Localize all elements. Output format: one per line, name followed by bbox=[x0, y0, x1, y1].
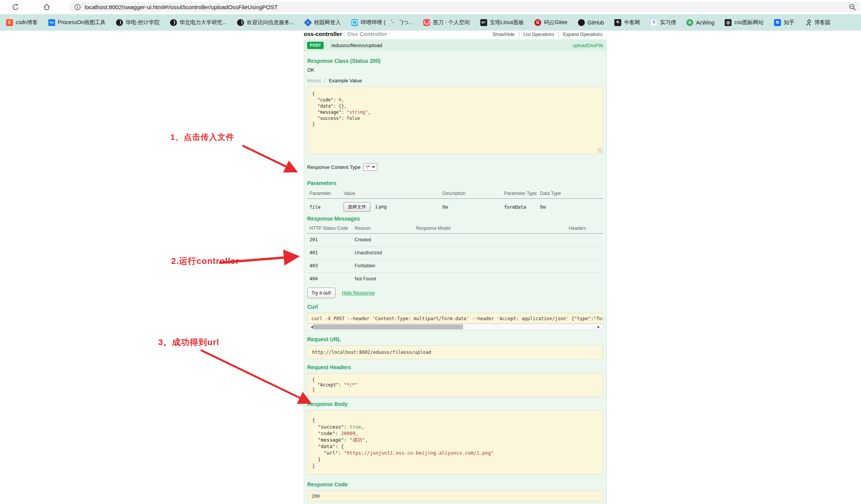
address-bar[interactable]: localhost:8002/swagger-ui.html#!/oss45co… bbox=[69, 2, 861, 12]
bookmark[interactable]: 华北电力大学研究... bbox=[170, 19, 227, 26]
arrow-step-3 bbox=[201, 350, 309, 402]
annotation-step-3: 3。成功得到url bbox=[158, 337, 219, 348]
controller-name[interactable]: oss-controller bbox=[304, 31, 342, 37]
bookmarks-bar: C csdn博客 On ProcessOn画图工具 华电-控计学院 华北电力大学… bbox=[0, 14, 861, 31]
response-code-heading: Response Code bbox=[307, 481, 603, 488]
browser-toolbar: localhost:8002/swagger-ui.html#!/oss45co… bbox=[0, 0, 861, 14]
bookmark[interactable]: BT 宝塔Linux面板 bbox=[480, 19, 524, 26]
reload-button[interactable] bbox=[10, 2, 21, 12]
parameters-table-header: Parameter Value Description Parameter Ty… bbox=[307, 189, 603, 199]
processon-icon: On bbox=[48, 19, 55, 26]
bookmark[interactable]: Y 实习僧 bbox=[650, 19, 676, 26]
bookmark[interactable]: 哔哩哔哩 ( ゜- ゜)つ... bbox=[351, 19, 413, 26]
bookmark-icon-glyph: On bbox=[49, 21, 54, 24]
bookmark[interactable]: 欢迎访问信息服务... bbox=[237, 19, 294, 26]
response-message-row: 201 Created bbox=[307, 234, 603, 246]
response-content-type-select[interactable]: */* bbox=[363, 163, 377, 171]
controller-link[interactable]: Expand Operations bbox=[558, 32, 607, 37]
controller-link[interactable]: Show/Hide bbox=[488, 32, 519, 37]
bookmark[interactable]: 知 知乎 bbox=[774, 19, 794, 26]
info-icon[interactable] bbox=[74, 4, 81, 10]
tab-model[interactable]: Model bbox=[307, 78, 325, 83]
bookmark-label: 校园网登入 bbox=[314, 19, 341, 26]
parameter-description: file bbox=[442, 205, 504, 210]
bookmark[interactable]: 华电-控计学院 bbox=[116, 19, 160, 26]
operation-path[interactable]: /eduoss/fileoss/upload bbox=[331, 43, 382, 48]
home-icon bbox=[43, 3, 51, 11]
bookmark[interactable]: 墨刀 - 个人空间 bbox=[423, 19, 470, 26]
controller-description: Oss Controller bbox=[347, 31, 387, 37]
schema-tabs: Model Example Value bbox=[307, 78, 603, 83]
response-class-status: OK bbox=[307, 67, 603, 73]
bilibili-icon bbox=[351, 19, 358, 26]
status-reason: Created bbox=[355, 237, 416, 242]
response-message-row: 403 Forbidden bbox=[307, 259, 603, 272]
operation-nickname-link[interactable]: uploadOssFile bbox=[573, 43, 603, 48]
parameter-data-type: file bbox=[540, 205, 603, 210]
status-reason: Forbidden bbox=[355, 263, 416, 268]
bookmark-label: 码云Gitee bbox=[544, 19, 567, 26]
status-code: 401 bbox=[309, 250, 355, 255]
zhihu-icon: 知 bbox=[774, 19, 781, 26]
operation-header[interactable]: POST /eduoss/fileoss/upload uploadOssFil… bbox=[304, 40, 606, 51]
bookmark[interactable]: On ProcessOn画图工具 bbox=[48, 19, 106, 26]
bookmark[interactable]: G 码云Gitee bbox=[534, 19, 567, 26]
status-reason: Not Found bbox=[355, 276, 416, 281]
http-method-badge: POST bbox=[307, 42, 324, 49]
resize-grip[interactable] bbox=[598, 149, 602, 153]
campus-net-icon: + bbox=[304, 18, 312, 27]
home-button[interactable] bbox=[41, 2, 52, 12]
annotation-step-1: 1、点击传入文件 bbox=[170, 132, 234, 142]
curl-heading: Curl bbox=[307, 304, 603, 310]
bookmark-icon-glyph: A bbox=[689, 21, 691, 25]
url-text[interactable]: localhost:8002/swagger-ui.html#!/oss45co… bbox=[85, 4, 278, 10]
bookmark[interactable]: C csdn博客 bbox=[6, 19, 38, 26]
bookmark-label: 宝塔Linux面板 bbox=[490, 19, 524, 26]
curl-horizontal-scrollbar[interactable] bbox=[307, 324, 603, 330]
csdn-icon: C bbox=[6, 19, 13, 26]
bookmark-icon-glyph: G bbox=[536, 21, 539, 25]
bookmark[interactable]: ◎ css图标网站 bbox=[725, 19, 764, 26]
bookmark-icon-glyph: 牛 bbox=[616, 21, 620, 24]
hide-response-link[interactable]: Hide Response bbox=[342, 290, 375, 296]
try-it-out-button[interactable]: Try it out! bbox=[307, 288, 336, 298]
scroll-left-arrow[interactable] bbox=[309, 326, 313, 329]
example-value-block[interactable]: { "code": 0, "data": {}, "message": "str… bbox=[307, 87, 603, 154]
tab-example-value[interactable]: Example Value bbox=[325, 78, 362, 83]
bookmark[interactable]: GitHub bbox=[578, 19, 604, 26]
bookmark-label: 知乎 bbox=[784, 19, 794, 26]
acwing-icon: A bbox=[686, 19, 693, 26]
gitee-icon: G bbox=[534, 19, 541, 26]
response-message-row: 404 Not Found bbox=[307, 272, 603, 285]
bookmark-label: 墨刀 - 个人空间 bbox=[433, 19, 470, 26]
controller-link[interactable]: List Operations bbox=[519, 32, 559, 37]
globe-icon bbox=[170, 19, 177, 26]
status-code: 201 bbox=[309, 237, 355, 242]
bookmark[interactable]: 博客园 bbox=[805, 19, 830, 26]
scrollbar-thumb[interactable] bbox=[313, 324, 463, 329]
reload-icon bbox=[12, 3, 19, 11]
bookmark[interactable]: 牛 牛客网 bbox=[614, 19, 640, 26]
bookmark-label: 牛客网 bbox=[624, 19, 640, 26]
operation: POST /eduoss/fileoss/upload uploadOssFil… bbox=[304, 39, 607, 504]
bookmark-icon-glyph: 知 bbox=[776, 21, 779, 24]
status-reason: Unauthorized bbox=[355, 250, 416, 255]
choose-file-button[interactable]: 选择文件 bbox=[344, 202, 370, 212]
globe-icon bbox=[116, 19, 123, 26]
parameter-type: formData bbox=[504, 205, 540, 210]
bookmark-label: ProcessOn画图工具 bbox=[58, 19, 106, 26]
bookmark-label: 实习僧 bbox=[660, 19, 676, 26]
parameters-heading: Parameters bbox=[307, 180, 603, 186]
nowcoder-icon: 牛 bbox=[614, 19, 621, 26]
bookmark[interactable]: + 校园网登入 bbox=[304, 19, 341, 26]
bookmark-label: csdn博客 bbox=[16, 19, 38, 26]
zoom-indicator-icon[interactable] bbox=[849, 3, 856, 11]
shixiseng-icon: Y bbox=[650, 19, 657, 26]
operation-body: Response Class (Status 200) OK Model Exa… bbox=[304, 51, 606, 504]
css-icons-icon: ◎ bbox=[725, 19, 732, 26]
scroll-right-arrow[interactable] bbox=[597, 326, 601, 329]
bookmark-label: 华电-控计学院 bbox=[126, 19, 160, 26]
bookmark[interactable]: A AcWing bbox=[686, 19, 714, 26]
bookmark-icon-glyph: C bbox=[8, 20, 11, 25]
bookmark-label: 华北电力大学研究... bbox=[180, 19, 227, 26]
